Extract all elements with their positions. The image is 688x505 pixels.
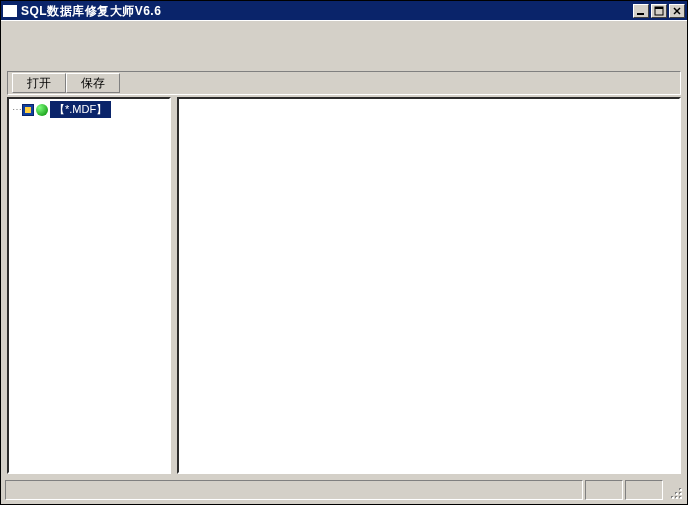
open-button[interactable]: 打开 (12, 73, 66, 93)
resize-grip-icon[interactable] (665, 480, 683, 500)
tree-root-item[interactable]: ⋯ 【*.MDF】 (9, 99, 169, 120)
status-cell-2 (625, 480, 663, 500)
database-icon (22, 104, 34, 116)
svg-rect-15 (676, 497, 678, 499)
main-panels: ⋯ 【*.MDF】 (7, 97, 681, 474)
status-bar (5, 480, 683, 500)
title-bar: SQL数据库修复大师V6.6 (1, 1, 687, 21)
svg-rect-16 (672, 497, 674, 499)
tree-pane[interactable]: ⋯ 【*.MDF】 (7, 97, 171, 474)
save-button[interactable]: 保存 (66, 73, 120, 93)
client-area: 打开 保存 ⋯ 【*.MDF】 (1, 20, 687, 504)
tree-root-label: 【*.MDF】 (50, 101, 111, 118)
svg-rect-11 (680, 489, 682, 491)
svg-rect-14 (680, 497, 682, 499)
close-button[interactable] (669, 4, 685, 18)
svg-rect-13 (676, 493, 678, 495)
content-pane[interactable] (177, 97, 681, 474)
window-title: SQL数据库修复大师V6.6 (21, 3, 633, 20)
status-ok-icon (36, 104, 48, 116)
maximize-button[interactable] (651, 4, 667, 18)
minimize-button[interactable] (633, 4, 649, 18)
app-icon (3, 5, 17, 17)
window-controls (633, 4, 685, 18)
toolbar: 打开 保存 (7, 71, 681, 95)
status-main (5, 480, 583, 500)
svg-rect-12 (680, 493, 682, 495)
tree-connector-icon: ⋯ (12, 104, 20, 115)
status-cell-1 (585, 480, 623, 500)
